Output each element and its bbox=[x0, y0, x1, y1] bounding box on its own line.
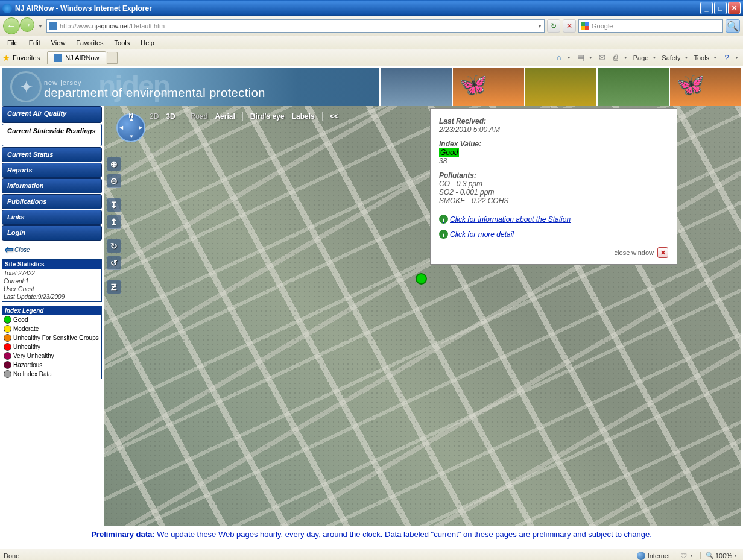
favorites-label[interactable]: Favorites bbox=[13, 54, 40, 61]
banner-state: new jersey bbox=[44, 79, 265, 86]
tools-menu[interactable]: Tools bbox=[692, 54, 710, 61]
forward-button[interactable]: → bbox=[20, 17, 34, 32]
pan-south-icon[interactable]: ▼ bbox=[129, 134, 134, 139]
prelim-text: We update these Web pages hourly, every … bbox=[155, 530, 652, 539]
stats-current: Current:1 bbox=[4, 277, 100, 285]
menu-file[interactable]: File bbox=[2, 38, 23, 48]
sidebar-item-statewide-readings[interactable]: Current Statewide Readings bbox=[2, 124, 102, 146]
info-icon: i bbox=[439, 230, 448, 239]
popup-close-button[interactable]: ✕ bbox=[657, 247, 668, 258]
map-labels-toggle[interactable]: Labels bbox=[292, 112, 315, 121]
address-dropdown[interactable]: ▼ bbox=[537, 24, 542, 29]
map-style-aerial[interactable]: Aerial bbox=[215, 112, 235, 121]
minimize-button[interactable]: _ bbox=[700, 2, 713, 14]
sidebar-item-information[interactable]: Information bbox=[2, 178, 102, 193]
tilt-up-button[interactable]: ↥ bbox=[107, 215, 121, 229]
legend-row: Unhealthy bbox=[2, 342, 101, 351]
close-button[interactable]: ✕ bbox=[728, 2, 741, 14]
page-content: ✦ njdep new jersey department of environ… bbox=[0, 66, 743, 549]
stats-last-update: Last Update:9/23/2009 bbox=[4, 293, 100, 301]
nav-history-dropdown[interactable]: ▼ bbox=[37, 24, 44, 29]
map-view-3d[interactable]: 3D bbox=[166, 112, 175, 121]
menu-view[interactable]: View bbox=[46, 38, 71, 48]
home-dropdown[interactable]: ▼ bbox=[567, 55, 571, 60]
reset-north-button[interactable]: Ƶ bbox=[107, 280, 121, 294]
map-toolbar: 2D 3D Road Aerial Bird's eye Labels << bbox=[150, 112, 338, 121]
legend-dot-unhealthy-sensitive bbox=[4, 334, 11, 342]
map-view-2d[interactable]: 2D bbox=[150, 112, 159, 121]
safety-menu[interactable]: Safety bbox=[660, 54, 681, 61]
map-collapse-toolbar[interactable]: << bbox=[330, 112, 338, 121]
njdep-banner: ✦ njdep new jersey department of environ… bbox=[2, 68, 741, 106]
back-button[interactable]: ← bbox=[3, 17, 20, 34]
legend-row: Moderate bbox=[2, 324, 101, 333]
page-menu[interactable]: Page bbox=[632, 54, 650, 61]
zoom-dropdown[interactable]: ▼ bbox=[733, 553, 738, 558]
sidebar-item-links[interactable]: Links bbox=[2, 210, 102, 225]
sidebar-item-login[interactable]: Login bbox=[2, 225, 102, 241]
mail-icon[interactable]: ✉ bbox=[597, 52, 608, 63]
pan-east-icon[interactable]: ▶ bbox=[139, 125, 142, 130]
help-icon[interactable]: ? bbox=[721, 52, 732, 63]
search-placeholder: Google bbox=[592, 22, 613, 30]
zoom-out-button[interactable]: ⊖ bbox=[107, 174, 121, 188]
window-title: NJ AIRNow - Windows Internet Explorer bbox=[15, 4, 700, 13]
sidebar-close[interactable]: ⇦ Close bbox=[2, 241, 102, 258]
popup-link-station-info[interactable]: iClick for information about the Station bbox=[439, 215, 668, 224]
tilt-down-button[interactable]: ↧ bbox=[107, 198, 121, 212]
legend-row: No Index Data bbox=[2, 370, 101, 379]
station-marker[interactable] bbox=[416, 273, 427, 285]
menu-favorites[interactable]: Favorites bbox=[71, 38, 108, 48]
legend-dot-moderate bbox=[4, 325, 11, 333]
rotate-ccw-button[interactable]: ↺ bbox=[107, 256, 121, 270]
pan-west-icon[interactable]: ◀ bbox=[119, 125, 123, 130]
stats-heading: Site Statistics bbox=[2, 260, 101, 269]
maximize-button[interactable]: □ bbox=[714, 2, 727, 14]
sidebar-item-reports[interactable]: Reports bbox=[2, 163, 102, 178]
legend-row: Very Unhealthy bbox=[2, 351, 101, 360]
stats-user: User:Guest bbox=[4, 285, 100, 293]
sidebar-item-current-status[interactable]: Current Status bbox=[2, 147, 102, 162]
rotate-cw-button[interactable]: ↻ bbox=[107, 239, 121, 253]
menu-bar: File Edit View Favorites Tools Help bbox=[0, 36, 743, 49]
legend-dot-good bbox=[4, 316, 11, 324]
sidebar: Current Air Quality Current Statewide Re… bbox=[2, 106, 104, 526]
favorites-star-icon[interactable]: ★ bbox=[2, 53, 10, 63]
popup-index-value: 38 bbox=[439, 157, 668, 165]
banner-image-bird bbox=[379, 68, 452, 106]
home-icon[interactable]: ⌂ bbox=[554, 52, 564, 63]
search-box[interactable]: Google bbox=[578, 19, 723, 33]
map-area[interactable]: N ▲ ▼ ▶ ◀ 2D 3D Road Aerial Bird's eye L… bbox=[104, 106, 741, 526]
menu-edit[interactable]: Edit bbox=[24, 38, 45, 48]
popup-link-more-detail[interactable]: iClick for more detail bbox=[439, 230, 668, 239]
status-done: Done bbox=[4, 552, 19, 559]
print-dropdown[interactable]: ▼ bbox=[624, 55, 628, 60]
stop-button[interactable]: ✕ bbox=[563, 19, 576, 33]
print-icon[interactable]: ⎙ bbox=[610, 52, 621, 63]
browser-tab[interactable]: NJ AIRNow bbox=[47, 51, 106, 64]
nav-toolbar: ← → ▼ http://www.njaqinow.net/Default.ht… bbox=[0, 16, 743, 36]
rss-icon[interactable]: ▤ bbox=[575, 52, 586, 63]
refresh-button[interactable]: ↻ bbox=[547, 19, 560, 33]
zoom-control[interactable]: 🔍 100% ▼ bbox=[700, 552, 739, 559]
map-style-road[interactable]: Road bbox=[191, 112, 208, 121]
map-style-birdseye[interactable]: Bird's eye bbox=[250, 112, 285, 121]
zoom-in-button[interactable]: ⊕ bbox=[107, 157, 121, 171]
new-tab-button[interactable] bbox=[107, 52, 118, 64]
pan-north-icon[interactable]: ▲ bbox=[129, 116, 134, 122]
legend-row: Hazardous bbox=[2, 360, 101, 370]
map-vertical-toolbar: ⊕ ⊖ ↧ ↥ ↻ ↺ Ƶ bbox=[104, 154, 124, 297]
menu-tools[interactable]: Tools bbox=[110, 38, 135, 48]
site-statistics-box: Site Statistics Total:27422 Current:1 Us… bbox=[2, 259, 102, 302]
popup-close-label: close window bbox=[615, 249, 654, 256]
address-bar[interactable]: http://www.njaqinow.net/Default.htm ▼ bbox=[46, 19, 545, 33]
protected-mode-icon[interactable]: 🛡 bbox=[680, 552, 687, 559]
sidebar-item-current-air-quality[interactable]: Current Air Quality bbox=[2, 106, 102, 123]
rss-dropdown[interactable]: ▼ bbox=[589, 55, 593, 60]
popup-index-status: Good bbox=[439, 148, 459, 157]
sidebar-item-publications[interactable]: Publications bbox=[2, 194, 102, 209]
status-zone: Internet bbox=[648, 552, 670, 559]
menu-help[interactable]: Help bbox=[136, 38, 159, 48]
search-button[interactable]: 🔍 bbox=[726, 19, 740, 33]
map-compass[interactable]: N ▲ ▼ ▶ ◀ bbox=[116, 113, 145, 142]
